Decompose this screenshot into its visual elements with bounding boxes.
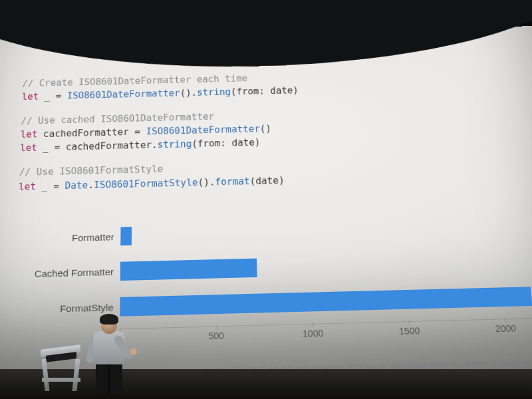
code-block-3: // Use ISO8601FormatStyle let _ = Date.I…: [19, 154, 531, 194]
bar-label: Formatter: [29, 231, 120, 243]
slide-content: // Create ISO8601DateFormatter each time…: [18, 66, 531, 205]
bar-label: Cached Formatter: [29, 266, 120, 279]
keyword-let: let: [19, 181, 37, 192]
bar-row-formatter: Formatter: [29, 213, 532, 253]
bar: [120, 287, 532, 317]
code-block-2: // Use cached ISO8601DateFormatter let c…: [20, 102, 527, 156]
projection-screen: // Create ISO8601DateFormatter each time…: [0, 26, 532, 399]
bar-label: FormatStyle: [27, 301, 120, 315]
keyword-let: let: [20, 129, 37, 140]
code-block-1: // Create ISO8601DateFormatter each time…: [21, 66, 521, 104]
x-tick: 2000: [495, 323, 516, 334]
bar: [120, 227, 132, 245]
code-comment: // Use ISO8601FormatStyle: [19, 164, 163, 178]
bar-row-cached: Cached Formatter: [28, 247, 532, 287]
presenter: [86, 315, 133, 395]
code-snippets: // Create ISO8601DateFormatter each time…: [19, 66, 531, 194]
keyword-let: let: [21, 92, 39, 102]
x-tick: 1000: [303, 328, 324, 338]
x-tick: 1500: [399, 325, 420, 336]
bar: [120, 259, 257, 281]
x-axis: 0500100015002000: [120, 318, 532, 351]
lectern: [37, 347, 90, 394]
conference-photo: // Create ISO8601DateFormatter each time…: [0, 0, 532, 399]
keyword-let: let: [20, 142, 37, 154]
x-tick: 500: [209, 331, 225, 341]
